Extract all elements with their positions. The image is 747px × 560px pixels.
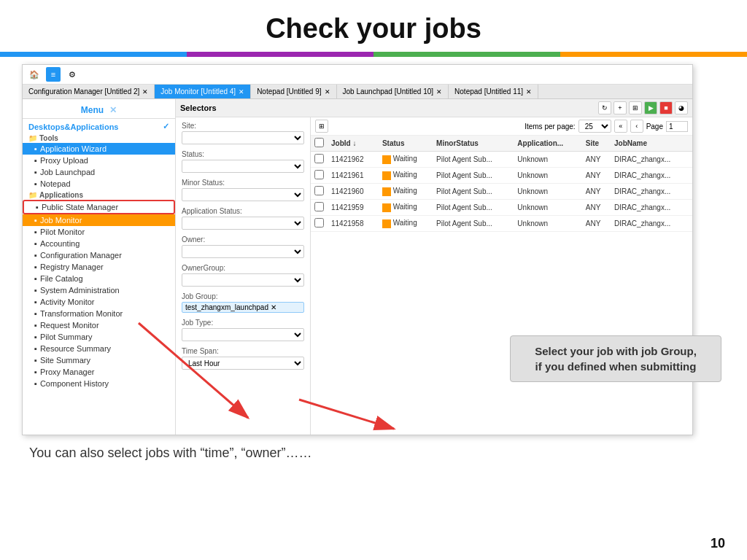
tab-job-monitor-label: Job Monitor [Untitled 4] [160, 88, 236, 96]
table-row[interactable]: 11421959 Waiting Pilot Agent Sub... Unkn… [311, 200, 692, 216]
cell-jobid: 11421961 [328, 168, 379, 184]
sidebar-item-job-monitor[interactable]: ▪ Job Monitor [23, 214, 175, 226]
sidebar-item-transformation[interactable]: ▪ Transformation Monitor [23, 308, 175, 319]
sidebar-item-notepad[interactable]: ▪ Notepad [23, 178, 175, 190]
status-orange-icon [382, 155, 391, 164]
sidebar-item-config-manager[interactable]: ▪ Configuration Manager [23, 249, 175, 261]
first-page-icon[interactable]: « [614, 120, 627, 133]
sidebar-item-proxy-manager[interactable]: ▪ Proxy Manager [23, 366, 175, 378]
item-icon: ▪ [34, 379, 37, 388]
sidebar-item-app-wizard[interactable]: ▪ Application Wizard [23, 143, 175, 155]
status-orange-icon [382, 203, 391, 212]
row-checkbox[interactable] [314, 154, 324, 163]
sidebar-item-component-history[interactable]: ▪ Component History [23, 378, 175, 389]
menu-icon[interactable]: ≡ [46, 67, 61, 82]
tab-notepad-label: Notepad [Untitled 9] [257, 88, 321, 96]
table-row[interactable]: 11421961 Waiting Pilot Agent Sub... Unkn… [311, 168, 692, 184]
item-icon: ▪ [36, 203, 39, 211]
cell-minor-status: Pilot Agent Sub... [433, 168, 514, 184]
sidebar-item-sys-admin[interactable]: ▪ System Administration [23, 284, 175, 296]
time-span-select[interactable]: Last Hour [182, 357, 304, 370]
tab-notepad2[interactable]: Notepad [Untitled 11] ✕ [449, 85, 538, 98]
sidebar-item-job-launchpad[interactable]: ▪ Job Launchpad [23, 166, 175, 178]
job-type-select[interactable] [182, 328, 304, 341]
table-row[interactable]: 11421960 Waiting Pilot Agent Sub... Unkn… [311, 184, 692, 200]
item-icon: ▪ [34, 228, 37, 236]
green-icon[interactable]: ▶ [644, 101, 657, 114]
item-icon: ▪ [34, 168, 37, 176]
item-icon: ▪ [34, 298, 37, 306]
split-panel: Site: Status: Minor Status: Applica [176, 117, 692, 435]
sidebar-item-public-state[interactable]: ▪ Public State Manager [23, 200, 175, 214]
status-select[interactable] [182, 160, 304, 173]
prev-page-icon[interactable]: ‹ [630, 120, 643, 133]
tab-config-manager[interactable]: Configuration Manager [Untitled 2] ✕ [23, 85, 155, 98]
tab-notepad2-close[interactable]: ✕ [526, 88, 532, 96]
home-icon[interactable]: 🏠 [27, 67, 42, 82]
cell-status: Waiting [379, 168, 433, 184]
owner-select[interactable] [182, 245, 304, 258]
row-checkbox[interactable] [314, 202, 324, 211]
color-bar [0, 52, 747, 57]
table-row[interactable]: 11421958 Waiting Pilot Agent Sub... Unkn… [311, 216, 692, 232]
row-checkbox[interactable] [314, 218, 324, 228]
sidebar-item-resource-summary[interactable]: ▪ Resource Summary [23, 343, 175, 354]
tab-job-launchpad[interactable]: Job Launchpad [Untitled 10] ✕ [337, 85, 449, 98]
cell-site: ANY [582, 216, 611, 232]
filter-time-span: Time Span: Last Hour [182, 347, 304, 370]
app-status-label: Application Status: [182, 207, 304, 215]
app-status-select[interactable] [182, 217, 304, 230]
row-checkbox[interactable] [314, 170, 324, 179]
sidebar-item-registry-manager[interactable]: ▪ Registry Manager [23, 261, 175, 273]
minor-status-select[interactable] [182, 188, 304, 201]
tab-job-monitor[interactable]: Job Monitor [Untitled 4] ✕ [155, 85, 251, 98]
cell-status: Waiting [379, 152, 433, 168]
sidebar-item-request-monitor[interactable]: ▪ Request Monitor [23, 319, 175, 331]
cell-application: Unknown [514, 152, 581, 168]
select-all-checkbox[interactable] [314, 138, 324, 147]
sidebar-desktops-label: Desktops&Applications ✓ [23, 120, 175, 133]
tag-remove-icon[interactable]: ✕ [271, 303, 276, 311]
sidebar-item-site-summary[interactable]: ▪ Site Summary [23, 354, 175, 366]
sidebar-item-pilot-summary[interactable]: ▪ Pilot Summary [23, 331, 175, 343]
close-icon[interactable]: ✕ [109, 105, 117, 115]
refresh-icon[interactable]: ↻ [598, 101, 611, 114]
row-checkbox[interactable] [314, 186, 324, 195]
status-label: Status: [182, 150, 304, 158]
selectors-icons: ↻ + ⊞ ▶ ■ ◕ [598, 101, 688, 114]
tab-job-monitor-close[interactable]: ✕ [239, 88, 244, 96]
grid-icon[interactable]: ⊞ [315, 120, 328, 133]
add-icon[interactable]: + [614, 101, 627, 114]
tab-bar: Configuration Manager [Untitled 2] ✕ Job… [23, 85, 692, 99]
site-select[interactable] [182, 131, 304, 144]
sidebar-item-pilot-monitor[interactable]: ▪ Pilot Monitor [23, 226, 175, 238]
tab-notepad-close[interactable]: ✕ [325, 88, 330, 96]
tab-notepad[interactable]: Notepad [Untitled 9] ✕ [251, 85, 336, 98]
cell-status: Waiting [379, 200, 433, 216]
tab-config-close[interactable]: ✕ [142, 88, 148, 96]
tab-job-launchpad-close[interactable]: ✕ [436, 88, 442, 96]
tab-config-manager-label: Configuration Manager [Untitled 2] [28, 88, 139, 96]
pie-icon[interactable]: ◕ [675, 101, 688, 114]
tab-job-launchpad-label: Job Launchpad [Untitled 10] [343, 88, 434, 96]
items-per-page-label: Items per page: [525, 122, 575, 131]
table-icon[interactable]: ⊞ [629, 101, 642, 114]
page-input[interactable] [666, 121, 688, 132]
table-row[interactable]: 11421962 Waiting Pilot Agent Sub... Unkn… [311, 152, 692, 168]
owner-group-select[interactable] [182, 273, 304, 287]
col-jobname: JobName [611, 136, 692, 152]
site-label: Site: [182, 122, 304, 130]
main-layout: Menu ✕ Desktops&Applications ✓ 📁 Tools ▪… [23, 99, 692, 435]
sidebar-item-activity-monitor[interactable]: ▪ Activity Monitor [23, 296, 175, 308]
tooltip-bubble: Select your job with job Group,if you de… [510, 335, 721, 382]
sidebar-item-file-catalog[interactable]: ▪ File Catalog [23, 273, 175, 284]
content-area: 🏠 ≡ ⚙ Configuration Manager [Untitled 2]… [0, 57, 747, 461]
items-per-page-select[interactable]: 25 [578, 120, 611, 133]
status-orange-icon [382, 187, 391, 196]
cell-jobname: DIRAC_zhangx... [611, 168, 692, 184]
settings-icon[interactable]: ⚙ [65, 67, 80, 82]
sidebar-item-accounting[interactable]: ▪ Accounting [23, 238, 175, 249]
filter-minor-status: Minor Status: [182, 179, 304, 201]
sidebar-item-proxy-upload[interactable]: ▪ Proxy Upload [23, 155, 175, 166]
red-stop-icon[interactable]: ■ [659, 101, 673, 114]
